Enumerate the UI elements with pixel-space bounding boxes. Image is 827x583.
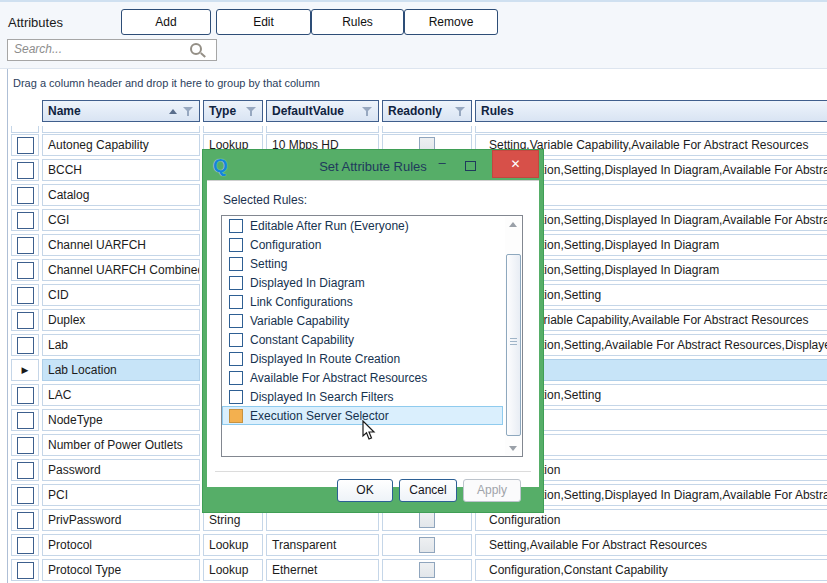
cell-defaultvalue[interactable]	[266, 509, 379, 531]
rule-list-item[interactable]: Available For Abstract Resources	[222, 368, 522, 387]
maximize-button[interactable]	[459, 154, 481, 178]
row-select-checkbox[interactable]	[17, 462, 34, 479]
cell-type[interactable]: String	[203, 509, 263, 531]
cell-readonly[interactable]	[382, 509, 472, 531]
rule-checkbox[interactable]	[229, 295, 243, 309]
cell-readonly[interactable]	[382, 559, 472, 581]
apply-button[interactable]: Apply	[463, 479, 521, 502]
cell-type[interactable]: Lookup	[203, 534, 263, 556]
cell-name[interactable]: NodeType	[42, 409, 200, 431]
edit-button[interactable]: Edit	[216, 9, 311, 35]
row-select-checkbox[interactable]	[17, 212, 34, 229]
cell-rules[interactable]: Configuration	[475, 509, 827, 531]
search-icon[interactable]	[190, 43, 202, 55]
rule-checkbox[interactable]	[229, 409, 243, 423]
cell-name[interactable]: Lab Location	[42, 359, 200, 381]
cell-name[interactable]: BCCH	[42, 159, 200, 181]
cell-defaultvalue[interactable]: Ethernet	[266, 559, 379, 581]
scroll-down-icon[interactable]	[509, 446, 517, 451]
row-select-checkbox[interactable]	[17, 487, 34, 504]
rule-list-item[interactable]: Variable Capability	[222, 311, 522, 330]
cell-name[interactable]: LAC	[42, 384, 200, 406]
close-button[interactable]: ✕	[492, 150, 539, 178]
cell-name[interactable]: Channel UARFCH Combined	[42, 259, 200, 281]
readonly-checkbox[interactable]	[419, 537, 435, 553]
cell-name[interactable]: Password	[42, 459, 200, 481]
cell-rules[interactable]: Setting,Available For Abstract Resources	[475, 534, 827, 556]
row-select-checkbox[interactable]	[17, 287, 34, 304]
row-header-cell[interactable]: ▶	[11, 384, 39, 406]
ok-button[interactable]: OK	[337, 479, 393, 502]
filter-icon[interactable]	[246, 106, 257, 117]
cancel-button[interactable]: Cancel	[399, 479, 457, 502]
row-header-cell[interactable]: ▶	[11, 184, 39, 206]
rule-list-item[interactable]: Editable After Run (Everyone)	[222, 216, 522, 235]
row-header-cell[interactable]: ▶	[11, 309, 39, 331]
row-select-checkbox[interactable]	[17, 187, 34, 204]
rule-list-item[interactable]: Displayed In Route Creation	[222, 349, 522, 368]
row-select-checkbox[interactable]	[17, 262, 34, 279]
row-header-cell[interactable]: ▶	[11, 359, 39, 381]
search-input[interactable]	[8, 40, 196, 58]
cell-name[interactable]: Protocol Type	[42, 559, 200, 581]
dialog-titlebar[interactable]: Q Set Attribute Rules – ✕	[207, 154, 539, 180]
column-header-readonly[interactable]: Readonly	[382, 100, 472, 122]
row-header-cell[interactable]: ▶	[11, 434, 39, 456]
rule-list-item[interactable]: Displayed In Search Filters	[222, 387, 522, 406]
rule-checkbox[interactable]	[229, 352, 243, 366]
rule-checkbox[interactable]	[229, 257, 243, 271]
filter-icon[interactable]	[183, 106, 194, 117]
rule-checkbox[interactable]	[229, 238, 243, 252]
add-button[interactable]: Add	[121, 9, 211, 35]
rules-button[interactable]: Rules	[311, 9, 404, 35]
row-select-checkbox[interactable]	[17, 312, 34, 329]
row-select-checkbox[interactable]	[17, 412, 34, 429]
column-header-rules[interactable]: Rules	[475, 100, 827, 122]
row-header-cell[interactable]: ▶	[11, 509, 39, 531]
rule-list-item[interactable]: Setting	[222, 254, 522, 273]
row-header-cell[interactable]: ▶	[11, 209, 39, 231]
rule-checkbox[interactable]	[229, 333, 243, 347]
column-header-type[interactable]: Type	[203, 100, 263, 122]
cell-name[interactable]: Catalog	[42, 184, 200, 206]
cell-defaultvalue[interactable]: Transparent	[266, 534, 379, 556]
filter-icon[interactable]	[362, 106, 373, 117]
row-header-cell[interactable]: ▶	[11, 409, 39, 431]
row-header-cell[interactable]: ▶	[11, 334, 39, 356]
row-header-cell[interactable]: ▶	[11, 259, 39, 281]
table-row[interactable]: ▶ Protocol Type Lookup Ethernet Configur…	[8, 558, 827, 583]
table-row[interactable]: ▶ Protocol Lookup Transparent Setting,Av…	[8, 533, 827, 558]
scrollbar-thumb[interactable]	[506, 254, 521, 436]
cell-rules[interactable]: Configuration,Constant Capability	[475, 559, 827, 581]
row-header-cell[interactable]: ▶	[11, 459, 39, 481]
row-select-checkbox[interactable]	[17, 137, 34, 154]
rule-list-item[interactable]: Configuration	[222, 235, 522, 254]
rule-checkbox[interactable]	[229, 371, 243, 385]
cell-name[interactable]: Number of Power Outlets	[42, 434, 200, 456]
row-select-checkbox[interactable]	[17, 387, 34, 404]
rule-list-item[interactable]: Constant Capability	[222, 330, 522, 349]
rule-list-item[interactable]: Link Configurations	[222, 292, 522, 311]
listbox-scrollbar[interactable]	[505, 217, 521, 455]
row-header-cell[interactable]: ▶	[11, 534, 39, 556]
readonly-checkbox[interactable]	[419, 562, 435, 578]
row-select-checkbox[interactable]	[17, 237, 34, 254]
readonly-checkbox[interactable]	[419, 512, 435, 528]
row-select-checkbox[interactable]	[17, 537, 34, 554]
row-header-cell[interactable]: ▶	[11, 559, 39, 581]
cell-type[interactable]: Lookup	[203, 559, 263, 581]
remove-button[interactable]: Remove	[404, 9, 498, 35]
row-select-checkbox[interactable]	[17, 562, 34, 579]
row-select-checkbox[interactable]	[17, 437, 34, 454]
row-header-cell[interactable]: ▶	[11, 484, 39, 506]
cell-name[interactable]: Lab	[42, 334, 200, 356]
row-select-checkbox[interactable]	[17, 337, 34, 354]
minimize-button[interactable]: –	[431, 154, 453, 178]
rule-checkbox[interactable]	[229, 219, 243, 233]
cell-name[interactable]: Autoneg Capability	[42, 134, 200, 156]
cell-name[interactable]: PCI	[42, 484, 200, 506]
row-header-cell[interactable]: ▶	[11, 159, 39, 181]
row-select-checkbox[interactable]	[17, 512, 34, 529]
row-select-checkbox[interactable]	[17, 162, 34, 179]
row-header-cell[interactable]: ▶	[11, 284, 39, 306]
